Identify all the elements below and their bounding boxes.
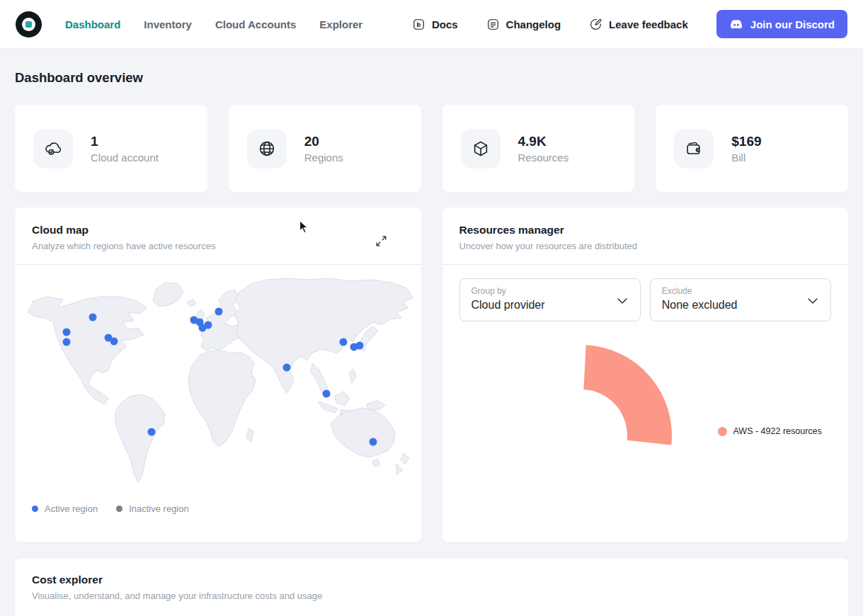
stat-value: $169 (731, 134, 761, 149)
aws-legend-label: AWS - 4922 resources (733, 426, 822, 436)
legend-inactive-region: Inactive region (116, 503, 189, 514)
changelog-label: Changelog (506, 18, 561, 30)
cost-explorer-panel: Cost explorer Visualise, understand, and… (15, 559, 848, 616)
cost-explorer-subtitle: Visualise, understand, and manage your i… (32, 591, 831, 601)
stat-card-resources: 4.9K Resources (442, 105, 635, 192)
map-asia (234, 278, 413, 393)
stat-label: Resources (518, 152, 569, 164)
logo-ring (22, 18, 35, 31)
leave-feedback-link[interactable]: Leave feedback (589, 18, 688, 31)
map-sumatra (318, 401, 338, 413)
map-dot[interactable] (340, 338, 348, 346)
group-by-value: Cloud provider (471, 299, 629, 312)
nav-utility-group: Docs Changelog Leave feedback (412, 10, 847, 38)
discord-icon (729, 17, 743, 31)
stat-label: Cloud account (91, 152, 159, 164)
edit-icon (589, 18, 602, 31)
map-dot[interactable] (370, 438, 377, 446)
top-nav: Dashboard Inventory Cloud Accounts Explo… (0, 0, 863, 49)
expand-icon (375, 234, 388, 248)
map-south-america (115, 394, 165, 482)
nav-item-inventory[interactable]: Inventory (144, 18, 192, 30)
map-borneo (335, 392, 350, 406)
globe-icon (247, 129, 287, 169)
map-tasmania (372, 460, 379, 467)
aws-legend-dot (718, 427, 727, 436)
world-map[interactable] (15, 271, 421, 491)
chevron-down-icon (805, 293, 821, 309)
expand-map-button[interactable] (373, 233, 389, 249)
map-new-zealand-north (401, 453, 409, 464)
nav-item-cloud-accounts[interactable]: Cloud Accounts (215, 18, 296, 30)
legend-active-region: Active region (32, 503, 98, 514)
nav-item-explorer[interactable]: Explorer (319, 18, 362, 30)
map-dot[interactable] (215, 308, 223, 316)
map-new-zealand-south (396, 464, 403, 474)
map-dot[interactable] (63, 338, 71, 346)
join-discord-button[interactable]: Join our Discord (716, 10, 847, 38)
stat-card-cloud-account: 1 Cloud account (15, 105, 207, 192)
map-greenland (153, 283, 183, 307)
map-dot[interactable] (205, 321, 212, 329)
stat-value: 20 (304, 134, 343, 149)
cost-explorer-title: Cost explorer (32, 574, 831, 586)
map-dot[interactable] (323, 390, 331, 398)
main-nav: Dashboard Inventory Cloud Accounts Explo… (65, 18, 362, 30)
docs-label: Docs (432, 18, 458, 30)
map-africa (188, 350, 256, 447)
cloud-check-icon (33, 129, 73, 169)
changelog-link[interactable]: Changelog (486, 18, 561, 31)
wallet-icon (674, 129, 714, 169)
nav-item-dashboard[interactable]: Dashboard (65, 18, 120, 30)
inactive-region-dot (116, 506, 122, 512)
donut-legend: AWS - 4922 resources (718, 426, 822, 436)
docs-link[interactable]: Docs (412, 18, 458, 31)
map-north-america (28, 297, 147, 404)
resources-manager-panel: Resources manager Uncover how your resou… (442, 207, 849, 542)
map-dot[interactable] (283, 364, 291, 372)
map-iceland (187, 300, 196, 307)
join-discord-label: Join our Discord (750, 18, 835, 30)
docs-icon (412, 18, 425, 31)
cube-icon (461, 129, 501, 169)
donut-segment-aws (583, 345, 672, 445)
cloud-map-panel: Cloud map Analyze which regions have act… (15, 207, 421, 542)
stat-card-regions: 20 Regions (229, 105, 421, 192)
stat-value: 4.9K (518, 134, 569, 149)
legend-inactive-label: Inactive region (129, 503, 189, 514)
group-by-select[interactable]: Group by Cloud provider (459, 278, 641, 321)
map-dot[interactable] (148, 428, 156, 436)
cloud-map-subtitle: Analyze which regions have active resour… (32, 241, 404, 251)
group-by-label: Group by (471, 286, 629, 296)
filters-row: Group by Cloud provider Exclude None exc… (442, 265, 849, 321)
legend-active-label: Active region (45, 503, 98, 514)
exclude-value: None excluded (662, 299, 819, 312)
page-title: Dashboard overview (15, 70, 848, 86)
logo-square (25, 21, 32, 28)
chevron-down-icon (615, 293, 630, 309)
exclude-label: Exclude (662, 286, 819, 296)
app-logo[interactable] (16, 11, 42, 38)
stat-value: 1 (91, 134, 159, 149)
map-dot[interactable] (110, 338, 118, 346)
active-region-dot (32, 506, 38, 512)
stats-row: 1 Cloud account 20 Regions (15, 105, 848, 192)
exclude-select[interactable]: Exclude None excluded (650, 278, 831, 321)
map-dot[interactable] (356, 342, 364, 350)
map-new-guinea (366, 401, 385, 410)
cloud-map-title: Cloud map (32, 224, 404, 236)
map-australia (331, 408, 395, 457)
map-madagascar (246, 428, 253, 442)
stat-label: Regions (304, 152, 343, 164)
map-legend: Active region Inactive region (15, 491, 421, 514)
stat-label: Bill (731, 152, 761, 164)
map-dot[interactable] (63, 329, 71, 336)
resources-manager-subtitle: Uncover how your resources are distribut… (459, 241, 832, 251)
map-dot[interactable] (89, 314, 97, 321)
panels-row: Cloud map Analyze which regions have act… (15, 207, 848, 542)
leave-feedback-label: Leave feedback (609, 18, 688, 30)
changelog-icon (486, 18, 500, 31)
map-philippines (349, 369, 356, 383)
resources-manager-title: Resources manager (459, 224, 832, 236)
main-content: Dashboard overview 1 Cloud account (0, 70, 863, 616)
